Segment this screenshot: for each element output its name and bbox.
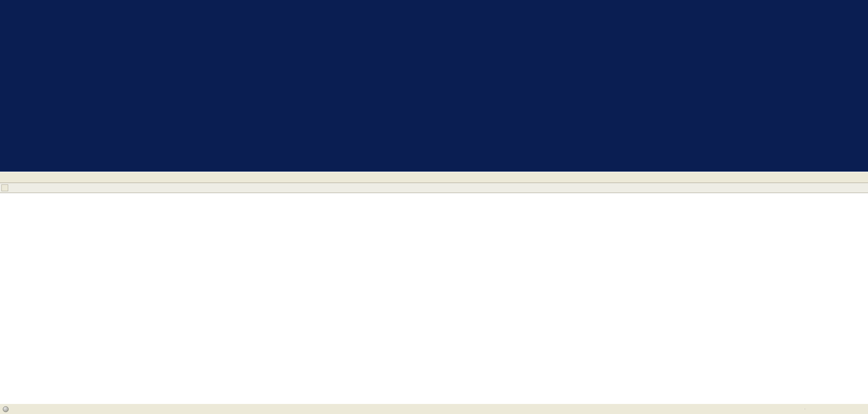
connection-status-icon [3, 406, 9, 412]
mt4-workspace [0, 0, 868, 414]
terminal-history-panel [0, 183, 868, 404]
history-header-row [0, 183, 868, 193]
status-total [805, 409, 866, 409]
status-bar [0, 404, 868, 414]
chart-tab-bar [0, 172, 868, 183]
history-rows[interactable] [0, 193, 868, 404]
charts-row [0, 0, 868, 172]
close-terminal-button[interactable] [1, 184, 8, 191]
